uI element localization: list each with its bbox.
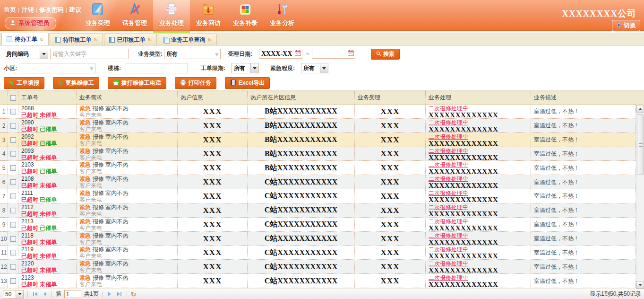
- link-home[interactable]: 首页: [4, 6, 16, 13]
- table-row[interactable]: 1 2088 已超时 未催单 紧急报修 室内不热 客户来电 XXX B站XXXX…: [0, 105, 636, 119]
- building-input[interactable]: [126, 63, 188, 73]
- header-accept[interactable]: 业务受理: [355, 91, 426, 104]
- last-page-button[interactable]: [116, 291, 123, 298]
- table-row[interactable]: 8 2112 已超时 未催单 紧急报修 室内不热 客户来电 XXX C站XXXX…: [0, 203, 636, 218]
- header-description[interactable]: 业务描述: [531, 91, 644, 104]
- business-type-select[interactable]: 所有 ▾: [164, 49, 221, 59]
- tab-order-query[interactable]: 业务工单查询 ↻: [158, 34, 216, 45]
- row-checkbox[interactable]: [10, 137, 16, 143]
- date-to-input[interactable]: [312, 49, 355, 59]
- row-checkbox[interactable]: [10, 278, 16, 284]
- header-demand[interactable]: 业务需求: [77, 91, 178, 104]
- user-icon: [10, 20, 16, 27]
- header-heat-info[interactable]: 热户信息: [178, 91, 248, 104]
- deadline-select[interactable]: 所有: [232, 63, 259, 73]
- process-status-link[interactable]: 二次报修处理中: [429, 204, 531, 211]
- tab-reviewed-orders[interactable]: 已审核工单 ↻: [104, 34, 157, 45]
- row-checkbox[interactable]: [10, 151, 16, 157]
- table-row[interactable]: 7 2111 已超时 已催单 紧急报修 室内不热 客户来电 XXX C站XXXX…: [0, 189, 636, 203]
- row-checkbox[interactable]: [10, 123, 16, 129]
- table-row[interactable]: 12 2120 已超时 未催单 紧急报修 室内不热 客户来电 XXX C站XXX…: [0, 260, 636, 274]
- row-checkbox[interactable]: [10, 236, 16, 242]
- scrollbar-thumb[interactable]: [637, 114, 644, 175]
- table-row[interactable]: 6 2108 已超时 未催单 紧急报修 室内不热 客户来电 XXX C站XXXX…: [0, 175, 636, 189]
- page-size-select[interactable]: 50: [3, 290, 24, 299]
- row-checkbox[interactable]: [10, 109, 16, 114]
- table-row[interactable]: 4 2093 已超时 未催单 紧急报修 室内不热 客户来电 XXX B站XXXX…: [0, 147, 636, 161]
- process-status-link[interactable]: 二次报修处理中: [429, 246, 531, 253]
- process-status-link[interactable]: 二次报修处理中: [429, 148, 531, 154]
- table-row[interactable]: 2 2090 已超时 已催单 紧急报修 室内不热 客户来电 XXX B站XXXX…: [0, 119, 636, 133]
- demand-text: 报修 室内不热: [93, 218, 128, 225]
- row-checkbox[interactable]: [10, 165, 16, 171]
- calendar-icon[interactable]: [295, 50, 301, 57]
- table-row[interactable]: 10 2118 已超时 未催单 紧急报修 室内不热 客户来电 XXX C站XXX…: [0, 232, 636, 246]
- calendar-icon[interactable]: [348, 50, 354, 57]
- search-button[interactable]: 搜索: [371, 49, 400, 60]
- nav-item-business-supplement[interactable]: 业务补录: [227, 0, 264, 31]
- tab-pending-review-orders[interactable]: 待审核工单 ↻: [50, 34, 103, 45]
- prev-page-button[interactable]: [41, 291, 48, 298]
- table-row[interactable]: 9 2113 已超时 已催单 紧急报修 室内不热 客户来电 XXX C站XXXX…: [0, 218, 636, 232]
- header-area-info[interactable]: 热户所在片区信息: [248, 91, 355, 104]
- process-status-link[interactable]: 二次报修处理中: [429, 274, 531, 281]
- nav-item-business-accept[interactable]: 业务受理: [79, 0, 116, 31]
- tab-pending-orders[interactable]: 待办工单 ↻: [1, 33, 49, 45]
- process-status-link[interactable]: 二次报修处理中: [429, 232, 531, 239]
- table-row[interactable]: 3 2092 已超时 已催单 紧急报修 室内不热 客户来电 XXX B站XXXX…: [0, 133, 636, 147]
- fill-order-button[interactable]: ✎ 工单填报: [4, 77, 44, 89]
- nav-item-business-analysis[interactable]: 业务分析: [264, 0, 301, 31]
- select-all-checkbox[interactable]: [10, 95, 16, 101]
- row-checkbox[interactable]: [10, 250, 16, 255]
- link-logout[interactable]: 注销: [21, 6, 34, 13]
- excel-export-button[interactable]: Excel导出: [225, 77, 270, 89]
- nav-item-business-followup[interactable]: 业务回访: [190, 0, 227, 31]
- row-checkbox[interactable]: [10, 222, 16, 228]
- accept-value: XXX: [355, 161, 426, 175]
- first-page-button[interactable]: [32, 291, 38, 298]
- page-number-input[interactable]: [64, 290, 81, 298]
- next-page-button[interactable]: [107, 291, 113, 298]
- table-row[interactable]: 11 2119 已超时 未催单 紧急报修 室内不热 客户来电 XXX C站XXX…: [0, 246, 636, 260]
- source-text: 客户来电: [79, 182, 177, 189]
- print-task-button[interactable]: 打印任务: [175, 77, 216, 89]
- community-select[interactable]: ▾: [21, 63, 95, 73]
- tab-refresh-icon[interactable]: ↻: [207, 37, 211, 43]
- area-info: C站XXXXXXXXXXX: [248, 189, 355, 203]
- process-status-link[interactable]: 二次报修处理中: [429, 190, 531, 196]
- header-process[interactable]: 业务处理: [426, 91, 531, 104]
- nav-item-business-process[interactable]: 业务处理: [153, 0, 190, 31]
- process-status-link[interactable]: 二次报修处理中: [429, 176, 531, 182]
- process-status-link[interactable]: 二次报修处理中: [429, 105, 531, 112]
- row-checkbox[interactable]: [10, 179, 16, 185]
- process-status-link[interactable]: 二次报修处理中: [429, 218, 531, 225]
- process-status-link[interactable]: 二次报修处理中: [429, 161, 531, 168]
- field-select[interactable]: 房间编码: [4, 49, 48, 59]
- keyword-input[interactable]: [50, 49, 129, 59]
- scroll-down-button[interactable]: [636, 281, 644, 289]
- table-row[interactable]: 13 2123 已超时 未催单 紧急报修 室内不热 客户来电 XXX C站XXX…: [0, 274, 636, 288]
- header-order-id[interactable]: 工单号: [18, 91, 77, 104]
- row-checkbox[interactable]: [10, 208, 16, 213]
- top-links: 首页|注销|修改密码|建议: [4, 6, 81, 14]
- scroll-up-button[interactable]: [636, 105, 644, 113]
- change-worker-button[interactable]: ↻ 更换维修工: [53, 77, 99, 89]
- row-checkbox[interactable]: [10, 193, 16, 199]
- process-status-link[interactable]: 二次报修处理中: [429, 260, 531, 267]
- table-row[interactable]: 5 2103 已超时 已催单 紧急报修 室内不热 客户来电 XXX B站XXXX…: [0, 161, 636, 175]
- process-status-link[interactable]: 二次报修处理中: [429, 119, 531, 126]
- call-worker-button[interactable]: ☎ 拨打维修工电话: [108, 77, 166, 89]
- refresh-icon[interactable]: ↻: [131, 290, 137, 298]
- tab-refresh-icon[interactable]: ↻: [148, 37, 152, 43]
- link-change-password[interactable]: 修改密码: [39, 6, 64, 13]
- row-checkbox[interactable]: [10, 264, 16, 270]
- process-status-link[interactable]: 二次报修处理中: [429, 133, 531, 140]
- process-cell: 二次报修处理中 XXXXXXXXXXXXX: [426, 119, 531, 132]
- switch-button[interactable]: 切换: [612, 20, 640, 31]
- tab-refresh-icon[interactable]: ↻: [40, 37, 43, 42]
- tab-refresh-icon[interactable]: ↻: [94, 37, 97, 43]
- date-from-input[interactable]: XXXX-XX: [259, 49, 302, 59]
- nav-item-call-management[interactable]: 话务管理: [116, 0, 153, 31]
- vertical-scrollbar[interactable]: [636, 105, 644, 289]
- urgency-select[interactable]: 所有: [301, 63, 328, 73]
